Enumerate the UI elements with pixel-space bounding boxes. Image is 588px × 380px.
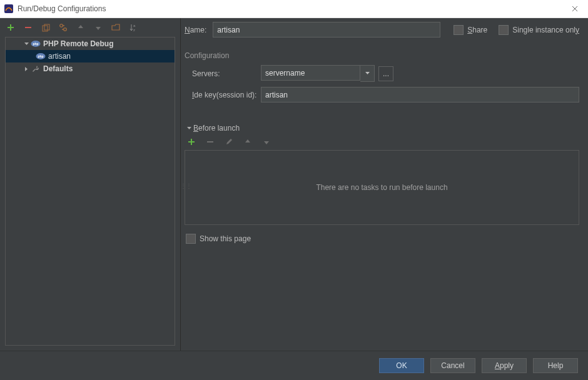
share-label: Share [467, 26, 487, 34]
app-icon [4, 4, 14, 14]
svg-point-3 [60, 24, 63, 28]
single-instance-checkbox[interactable]: Single instance only [499, 25, 579, 35]
servers-combo[interactable] [261, 65, 375, 82]
left-panel: az php PHP Remote Debug [0, 18, 181, 351]
right-panel: Name: Share Single instance only Configu… [181, 18, 588, 351]
chevron-down-icon[interactable] [360, 65, 375, 82]
window-title: Run/Debug Configurations [18, 4, 565, 13]
svg-rect-1 [43, 26, 48, 31]
chevron-down-icon[interactable] [22, 41, 31, 47]
remove-icon[interactable] [23, 22, 34, 33]
svg-text:php: php [33, 42, 38, 46]
dialog-footer: OK Cancel Apply Help [0, 351, 588, 380]
tree-node-defaults[interactable]: Defaults [6, 62, 175, 75]
tree-label: Defaults [43, 64, 73, 73]
tree-label: PHP Remote Debug [43, 39, 113, 48]
before-launch-toolbar [186, 136, 579, 148]
settings-icon[interactable] [58, 22, 69, 33]
ok-button[interactable]: OK [379, 358, 424, 373]
before-launch-label: Before launch [193, 124, 240, 132]
chevron-right-icon[interactable] [22, 66, 31, 72]
tree-label: artisan [48, 52, 71, 61]
checkbox-icon [499, 25, 509, 35]
tree-toolbar: az [0, 18, 180, 37]
copy-icon[interactable] [40, 22, 51, 33]
idekey-label: Ide key(session id): [192, 91, 261, 99]
svg-text:z: z [133, 28, 135, 32]
single-instance-label: Single instance only [512, 26, 579, 34]
show-this-page-checkbox[interactable]: Show this page [186, 234, 251, 244]
servers-input[interactable] [261, 65, 360, 81]
servers-browse-button[interactable]: ... [378, 66, 393, 81]
no-tasks-label: There are no tasks to run before launch [316, 183, 447, 192]
add-icon[interactable] [186, 136, 197, 148]
idekey-input[interactable] [261, 87, 579, 102]
svg-rect-0 [4, 4, 13, 13]
svg-rect-2 [44, 24, 49, 30]
servers-label: Servers: [192, 69, 261, 78]
name-label: Name: [185, 26, 206, 34]
checkbox-icon [454, 25, 464, 35]
svg-point-4 [64, 28, 67, 31]
chevron-down-icon [185, 126, 193, 131]
tree-node-artisan[interactable]: php artisan [6, 50, 175, 62]
cancel-button[interactable]: Cancel [430, 358, 475, 373]
before-launch-header[interactable]: Before launch [185, 124, 579, 132]
close-icon[interactable] [565, 2, 584, 16]
remove-icon [205, 136, 216, 148]
move-down-icon [261, 136, 272, 148]
configuration-section-title: Configuration [185, 51, 579, 60]
move-up-icon [242, 136, 253, 148]
add-icon[interactable] [5, 22, 16, 33]
move-up-icon[interactable] [75, 22, 86, 33]
svg-text:a: a [133, 24, 136, 28]
name-input[interactable] [213, 22, 440, 38]
titlebar: Run/Debug Configurations [0, 0, 588, 18]
checkbox-icon [186, 234, 196, 244]
before-launch-tasks: There are no tasks to run before launch [185, 150, 579, 225]
tree-node-php-remote-debug[interactable]: php PHP Remote Debug [6, 38, 175, 50]
svg-text:php: php [38, 54, 43, 58]
apply-button[interactable]: Apply [482, 358, 527, 373]
help-button[interactable]: Help [533, 358, 578, 373]
php-icon: php [31, 39, 41, 49]
edit-icon [223, 136, 235, 148]
config-tree[interactable]: php PHP Remote Debug php artisan [5, 37, 175, 346]
share-checkbox[interactable]: Share [454, 25, 487, 35]
folder-icon[interactable] [110, 22, 121, 33]
splitter-handle-icon[interactable]: ⋮⋮ [180, 182, 191, 189]
sort-icon[interactable]: az [128, 22, 139, 33]
show-this-page-label: Show this page [200, 234, 251, 243]
php-icon: php [36, 51, 46, 61]
wrench-icon [31, 64, 41, 74]
move-down-icon[interactable] [93, 22, 104, 33]
